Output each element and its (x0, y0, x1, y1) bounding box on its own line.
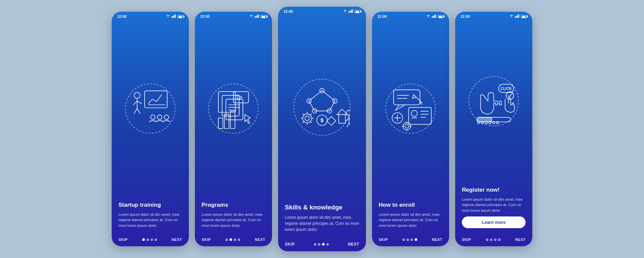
phone-screen-3: 12:00 (278, 7, 366, 251)
svg-line-43 (329, 101, 335, 111)
skip-button-4[interactable]: SKIP (379, 238, 388, 242)
svg-rect-2 (174, 15, 175, 18)
skip-button-2[interactable]: SKIP (202, 238, 211, 242)
svg-line-53 (310, 114, 312, 115)
svg-line-40 (309, 90, 322, 101)
svg-marker-71 (395, 105, 405, 111)
battery-icon-5 (521, 15, 527, 18)
svg-line-62 (346, 118, 349, 121)
signal-icon-2 (255, 14, 259, 18)
svg-line-7 (137, 101, 142, 104)
status-time-1: 12:00 (117, 14, 126, 18)
circle-dashed-4 (385, 83, 436, 134)
svg-rect-10 (145, 91, 167, 108)
screen-desc-3: Lorem ipsum dolor sit dim amet, mea regi… (285, 214, 359, 233)
status-icons-1 (166, 14, 183, 18)
dot-3-1 (314, 243, 316, 246)
svg-rect-66 (432, 16, 433, 18)
svg-rect-69 (435, 14, 436, 18)
svg-point-4 (134, 92, 140, 99)
svg-line-8 (134, 109, 137, 114)
svg-line-54 (303, 121, 304, 123)
svg-marker-30 (245, 114, 251, 124)
dot-1-1 (142, 238, 145, 241)
nav-dots-5 (486, 239, 500, 241)
wifi-icon-5 (509, 14, 514, 18)
svg-point-46 (305, 116, 309, 120)
nav-area-5: SKIP NEXT (455, 234, 532, 246)
nav-area-4: SKIP NEXT (372, 234, 449, 246)
status-icons-3 (343, 9, 361, 13)
svg-rect-31 (348, 11, 350, 13)
skip-button-3[interactable]: SKIP (285, 242, 295, 247)
screen-desc-1: Lorem ipsum dolor sit dim amet, mea regi… (118, 212, 182, 229)
dot-5-1 (486, 239, 488, 241)
svg-rect-16 (256, 16, 257, 18)
status-bar-2: 12:00 (195, 12, 272, 20)
svg-text:CLICK: CLICK (501, 86, 512, 90)
wifi-icon-3 (343, 9, 347, 13)
svg-line-65 (349, 123, 350, 127)
status-time-5: 12:00 (461, 14, 470, 18)
nav-area-3: SKIP NEXT (278, 239, 366, 251)
signal-icon (171, 14, 176, 18)
dot-2-1 (225, 239, 228, 241)
enroll-icon (386, 84, 435, 133)
svg-line-41 (322, 90, 335, 101)
learn-more-button[interactable]: Learn more (462, 216, 526, 228)
nav-area-1: SKIP NEXT (112, 234, 189, 246)
nav-dots-1 (142, 238, 157, 241)
phone-screen-1: 12:00 (112, 12, 189, 246)
svg-rect-27 (218, 118, 223, 128)
svg-point-14 (164, 115, 169, 119)
circle-dashed-5: CLICK (469, 76, 519, 126)
next-button-2[interactable]: NEXT (255, 238, 265, 242)
dot-1-3 (151, 239, 153, 241)
battery-icon-2 (261, 15, 267, 18)
skip-button-1[interactable]: SKIP (118, 238, 128, 242)
next-button-3[interactable]: NEXT (348, 242, 359, 247)
svg-line-51 (303, 114, 304, 115)
svg-rect-15 (255, 16, 256, 18)
svg-marker-58 (339, 115, 345, 123)
svg-line-9 (137, 109, 140, 114)
skills-icon: $ (294, 79, 350, 135)
dot-1-4 (155, 239, 157, 241)
screen-title-5: Register now! (462, 186, 526, 194)
nav-dots-3 (314, 243, 329, 246)
screen-title-4: How to enroll (379, 201, 442, 209)
circle-dashed-3: $ (293, 79, 351, 136)
training-icon (126, 84, 175, 133)
skip-button-5[interactable]: SKIP (462, 238, 471, 242)
svg-point-106 (506, 92, 514, 99)
svg-point-13 (157, 115, 162, 119)
content-area-4: How to enroll Lorem ipsum dolor sit dim … (372, 197, 449, 234)
svg-rect-25 (233, 92, 249, 103)
phone-screen-5: 12:00 (455, 12, 532, 246)
nav-area-2: SKIP NEXT (195, 234, 272, 246)
svg-rect-0 (171, 16, 172, 18)
circle-dashed-2 (208, 83, 259, 134)
dot-3-2 (318, 243, 320, 246)
next-button-5[interactable]: NEXT (515, 238, 526, 242)
programs-icon (209, 84, 258, 133)
svg-rect-67 (433, 16, 434, 18)
register-icon: CLICK (469, 77, 518, 126)
dot-1-2 (147, 239, 149, 241)
svg-line-6 (133, 101, 137, 105)
status-icons-4 (426, 14, 444, 18)
svg-line-52 (310, 121, 312, 123)
svg-rect-92 (515, 16, 516, 18)
status-icons-2 (249, 14, 267, 18)
svg-line-64 (347, 123, 349, 127)
signal-icon-3 (348, 9, 353, 13)
circle-dashed-1 (125, 83, 175, 134)
nav-dots-4 (402, 238, 417, 241)
svg-point-60 (346, 110, 350, 115)
content-area-5: Register now! Lorem ipsum dolor sit dim … (455, 182, 532, 234)
signal-icon-5 (515, 14, 520, 18)
next-button-4[interactable]: NEXT (432, 238, 442, 242)
svg-rect-19 (218, 92, 235, 113)
wifi-icon-2 (249, 14, 253, 18)
next-button-1[interactable]: NEXT (172, 238, 182, 242)
